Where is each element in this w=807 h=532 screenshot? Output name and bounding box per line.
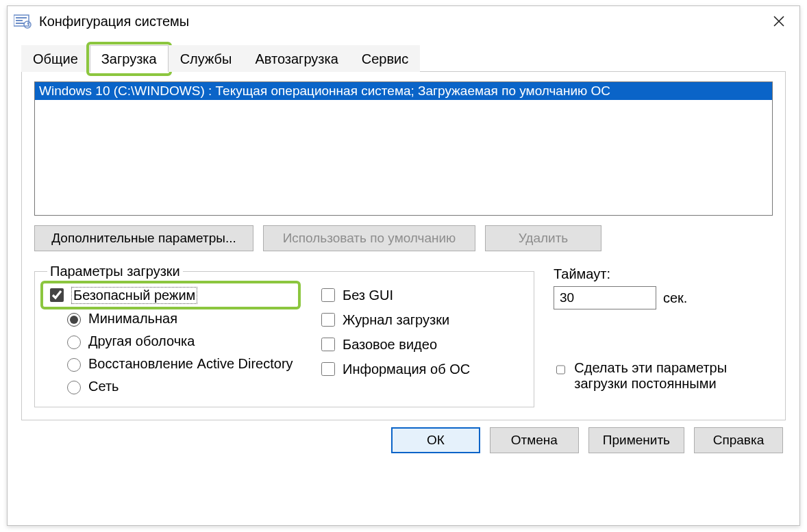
tab-boot[interactable]: Загрузка — [90, 45, 169, 72]
radio-network-input[interactable] — [67, 381, 81, 394]
radio-alt-shell[interactable]: Другая оболочка — [64, 333, 294, 349]
tab-general[interactable]: Общие — [21, 45, 90, 72]
cancel-button[interactable]: Отмена — [490, 427, 579, 453]
no-gui-label: Без GUI — [343, 288, 393, 303]
safe-mode-checkbox[interactable]: Безопасный режим — [47, 286, 197, 304]
boot-log-checkbox[interactable]: Журнал загрузки — [319, 311, 470, 329]
boot-options-legend: Параметры загрузки — [47, 264, 183, 279]
window-title: Конфигурация системы — [39, 14, 189, 29]
radio-minimal-input[interactable] — [67, 313, 81, 327]
base-video-label: Базовое видео — [343, 337, 437, 353]
svg-rect-1 — [16, 17, 27, 18]
timeout-label: Таймаут: — [554, 266, 773, 282]
set-default-button: Использовать по умолчанию — [263, 225, 475, 251]
app-icon — [13, 13, 32, 29]
safe-mode-input[interactable] — [50, 288, 64, 302]
os-info-label: Информация об ОС — [343, 362, 470, 377]
safe-mode-label: Безопасный режим — [71, 287, 197, 304]
boot-log-label: Журнал загрузки — [343, 312, 449, 328]
radio-minimal-label: Минимальная — [88, 311, 177, 327]
tab-services[interactable]: Службы — [169, 45, 244, 72]
radio-network[interactable]: Сеть — [64, 379, 294, 394]
boot-options-group: Параметры загрузки Безопасный режим — [34, 264, 534, 407]
no-gui-input[interactable] — [321, 288, 335, 302]
boot-entries-list[interactable]: Windows 10 (C:\WINDOWS) : Текущая операц… — [34, 81, 773, 216]
radio-minimal[interactable]: Минимальная — [64, 311, 294, 327]
base-video-checkbox[interactable]: Базовое видео — [319, 335, 470, 353]
os-info-checkbox[interactable]: Информация об ОС — [319, 360, 470, 378]
persist-input[interactable] — [556, 363, 565, 377]
tab-startup[interactable]: Автозагрузка — [243, 45, 349, 72]
ok-button[interactable]: ОК — [391, 427, 480, 453]
radio-alt-shell-label: Другая оболочка — [88, 333, 195, 349]
timeout-column: Таймаут: сек. Сделать эти параметры загр… — [554, 264, 773, 407]
delete-button: Удалить — [485, 225, 601, 251]
boot-log-input[interactable] — [321, 313, 335, 327]
timeout-input[interactable] — [554, 286, 656, 309]
radio-ad-repair-input[interactable] — [67, 358, 81, 372]
persist-label: Сделать эти параметры загрузки постоянны… — [574, 360, 773, 392]
msconfig-window: Конфигурация системы Общие Загрузка Служ… — [7, 5, 800, 526]
os-info-input[interactable] — [321, 362, 335, 376]
no-gui-checkbox[interactable]: Без GUI — [319, 286, 470, 304]
svg-rect-2 — [16, 20, 23, 21]
close-button[interactable] — [764, 8, 794, 35]
svg-rect-3 — [16, 23, 25, 24]
radio-alt-shell-input[interactable] — [67, 335, 81, 349]
tab-panel-boot: Windows 10 (C:\WINDOWS) : Текущая операц… — [21, 72, 786, 420]
tab-strip: Общие Загрузка Службы Автозагрузка Серви… — [21, 45, 786, 72]
help-button[interactable]: Справка — [694, 427, 783, 453]
tab-tools[interactable]: Сервис — [350, 45, 421, 72]
radio-network-label: Сеть — [88, 379, 119, 394]
advanced-options-button[interactable]: Дополнительные параметры... — [34, 225, 253, 251]
boot-entry-row[interactable]: Windows 10 (C:\WINDOWS) : Текущая операц… — [35, 82, 772, 100]
base-video-input[interactable] — [321, 338, 335, 351]
apply-button[interactable]: Применить — [588, 427, 684, 453]
radio-ad-repair[interactable]: Восстановление Active Directory — [64, 356, 294, 372]
client-area: Общие Загрузка Службы Автозагрузка Серви… — [8, 45, 799, 463]
persist-checkbox[interactable]: Сделать эти параметры загрузки постоянны… — [554, 360, 773, 392]
boot-buttons-row: Дополнительные параметры... Использовать… — [34, 225, 773, 251]
dialog-footer: ОК Отмена Применить Справка — [21, 427, 786, 453]
radio-ad-repair-label: Восстановление Active Directory — [88, 356, 293, 372]
titlebar: Конфигурация системы — [8, 6, 799, 36]
timeout-unit: сек. — [663, 290, 687, 306]
